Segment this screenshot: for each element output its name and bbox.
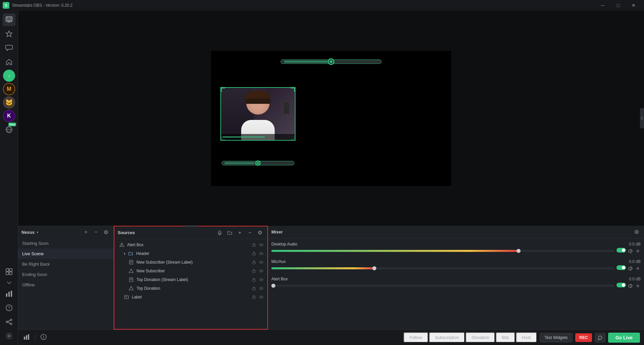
- sidebar-item-widgets[interactable]: [3, 265, 15, 278]
- source-item-label[interactable]: Label: [114, 293, 267, 301]
- mixer-settings-mic[interactable]: [635, 265, 641, 271]
- svg-rect-24: [8, 292, 10, 297]
- label-icon: [124, 294, 129, 300]
- mixer-settings-button[interactable]: ⚙: [633, 228, 641, 236]
- source-item-new-subscriber[interactable]: New Subscriber: [114, 267, 267, 275]
- top-donation-icon: [128, 286, 134, 291]
- sidebar-item-star[interactable]: [3, 27, 15, 40]
- sidebar-item-help[interactable]: ?: [3, 301, 15, 314]
- sources-settings-button[interactable]: ⚙: [256, 229, 264, 237]
- source-item-top-donation[interactable]: Top Donation: [114, 284, 267, 293]
- svg-rect-64: [253, 271, 255, 273]
- sidebar-item-globe[interactable]: New: [3, 123, 15, 136]
- alert-tab-bits[interactable]: Bits: [496, 332, 515, 343]
- source-visible-label[interactable]: [259, 294, 264, 300]
- scenes-remove-button[interactable]: −: [92, 228, 100, 236]
- sidebar-item-scene[interactable]: [3, 13, 15, 26]
- source-lock-new-sub[interactable]: [251, 268, 257, 274]
- sidebar-avatar-cat[interactable]: 🐱: [3, 96, 15, 109]
- sidebar-toggle-button[interactable]: [640, 108, 644, 128]
- scenes-add-button[interactable]: +: [82, 228, 90, 236]
- source-item-alert-box[interactable]: Alert Box: [114, 240, 267, 249]
- source-item-new-subscriber-label[interactable]: New Subscriber (Stream Label): [114, 258, 267, 267]
- alert-tab-host[interactable]: Host: [516, 332, 537, 343]
- source-visible-top-donation[interactable]: [259, 286, 264, 291]
- sidebar-avatar-k[interactable]: K: [3, 110, 15, 122]
- svg-text:?: ?: [8, 305, 10, 310]
- source-lock-top-donation[interactable]: [251, 286, 257, 291]
- test-widgets-button[interactable]: Test Widgets: [540, 333, 573, 342]
- mixer-fill-desktop: [271, 250, 519, 252]
- stream-canvas: [211, 51, 451, 186]
- sidebar-collapse-button[interactable]: [3, 279, 15, 286]
- mixer-speaker-desktop[interactable]: [627, 248, 633, 254]
- source-visible-top-donation-label[interactable]: [259, 277, 264, 282]
- mixer-settings-desktop[interactable]: [635, 248, 641, 254]
- mixer-toggle-alert[interactable]: [616, 283, 626, 287]
- mixer-list: Desktop Audio 0.0 dB: [268, 238, 644, 330]
- sidebar-item-home[interactable]: [3, 56, 15, 68]
- sidebar-avatar-music[interactable]: ♪: [3, 70, 15, 82]
- mixer-handle-desktop[interactable]: [517, 249, 521, 253]
- alert-tab-follow[interactable]: Follow: [404, 332, 428, 343]
- bar-chart-bottom-icon[interactable]: [22, 333, 31, 343]
- sources-list: Alert Box ▾: [114, 239, 267, 329]
- scene-item-live-scene[interactable]: Live Scene: [18, 249, 113, 259]
- go-live-button[interactable]: Go Live: [608, 333, 640, 343]
- svg-rect-51: [253, 245, 255, 247]
- mixer-toggle-mic[interactable]: [616, 265, 626, 270]
- scenes-settings-button[interactable]: ⚙: [102, 228, 110, 236]
- source-label-top-donation-stream: Top Donation (Stream Label): [137, 277, 249, 282]
- source-lock-new-sub-label[interactable]: [251, 260, 257, 265]
- source-visible-header[interactable]: [259, 251, 264, 256]
- source-item-top-donation-label[interactable]: Top Donation (Stream Label): [114, 275, 267, 284]
- sources-mic-button[interactable]: [216, 229, 224, 237]
- scene-item-be-right-back[interactable]: Be Right Back: [18, 259, 113, 269]
- sidebar-item-bar-chart[interactable]: [3, 287, 15, 300]
- window-title: Streamlabs OBS - Version: 0.20.2: [12, 3, 595, 8]
- preview-area: [18, 11, 644, 226]
- mixer-db-mic: 0.0 dB: [629, 259, 641, 264]
- mixer-toggle-desktop[interactable]: [616, 248, 626, 253]
- mixer-settings-alert[interactable]: [635, 283, 641, 289]
- source-label-new-subscriber: New Subscriber: [137, 269, 249, 273]
- mixer-icons-alert: [616, 283, 641, 289]
- rec-button[interactable]: REC: [575, 333, 592, 342]
- alert-tabs: Follow Subscription Donation Bits Host: [404, 332, 537, 343]
- mixer-panel: Mixer ⚙ Desktop Audio 0.0 dB: [268, 226, 644, 330]
- scene-item-ending-soon[interactable]: Ending Soon: [18, 269, 113, 280]
- source-lock-header[interactable]: [251, 251, 257, 256]
- close-button[interactable]: ✕: [626, 0, 641, 11]
- sidebar-avatar-m[interactable]: M: [3, 83, 15, 95]
- source-lock-top-donation-label[interactable]: [251, 277, 257, 282]
- sidebar-item-chat[interactable]: [3, 42, 15, 54]
- mixer-speaker-mic[interactable]: [627, 265, 633, 271]
- info-bottom-icon[interactable]: i: [39, 333, 48, 343]
- mixer-handle-alert[interactable]: [271, 284, 275, 288]
- minimize-button[interactable]: ─: [595, 0, 610, 11]
- bottom-bar-separator: [35, 334, 35, 341]
- source-visible-new-sub[interactable]: [259, 268, 264, 274]
- alert-tab-donation[interactable]: Donation: [466, 332, 495, 343]
- sources-remove-button[interactable]: −: [246, 229, 254, 237]
- source-item-header[interactable]: ▾ Header: [114, 249, 267, 258]
- source-lock-alert-box[interactable]: [251, 242, 257, 248]
- source-visible-new-sub-label[interactable]: [259, 260, 264, 265]
- mixer-handle-mic[interactable]: [372, 266, 376, 270]
- sources-folder-button[interactable]: [226, 229, 234, 237]
- scene-item-starting-soon[interactable]: Starting Soon: [18, 238, 113, 249]
- scene-item-offline[interactable]: Offline: [18, 280, 113, 290]
- alert-box-icon: [119, 242, 124, 248]
- reset-button[interactable]: [595, 333, 605, 342]
- source-lock-label[interactable]: [251, 294, 257, 300]
- mixer-item-mic: Mic/Aux 0.0 dB: [271, 259, 641, 271]
- maximize-button[interactable]: □: [610, 0, 626, 11]
- sidebar-item-share[interactable]: [3, 316, 15, 328]
- titlebar: S Streamlabs OBS - Version: 0.20.2 ─ □ ✕: [0, 0, 644, 11]
- sources-add-button[interactable]: +: [236, 229, 244, 237]
- scenes-dropdown-button[interactable]: ▾: [37, 230, 38, 234]
- mixer-speaker-alert[interactable]: [627, 283, 633, 289]
- source-visible-alert-box[interactable]: [259, 242, 264, 248]
- sidebar-item-settings[interactable]: [3, 330, 15, 342]
- alert-tab-subscription[interactable]: Subscription: [429, 332, 465, 343]
